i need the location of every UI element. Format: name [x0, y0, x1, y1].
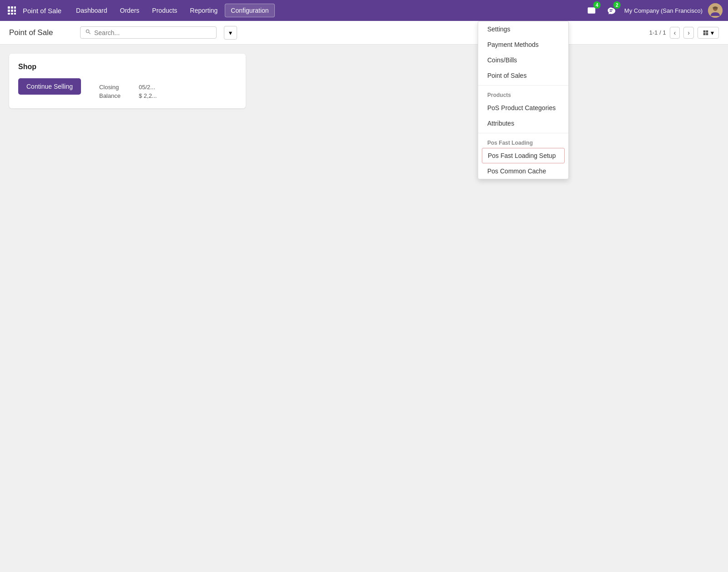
- closing-col: Closing Balance: [99, 84, 121, 99]
- grid-icon[interactable]: [5, 4, 18, 17]
- svg-rect-8: [14, 13, 16, 15]
- config-dropdown: Settings Payment Methods Coins/Bills Poi…: [478, 21, 569, 179]
- svg-rect-1: [11, 6, 13, 9]
- balance-label: Balance: [99, 92, 121, 99]
- nav-item-configuration[interactable]: Configuration: [225, 4, 274, 17]
- menu-item-settings[interactable]: Settings: [478, 21, 568, 37]
- next-page-button[interactable]: ›: [683, 27, 694, 39]
- balance-value: $ 2,2...: [139, 92, 157, 99]
- nav-items: Dashboard Orders Products Reporting Conf…: [71, 4, 584, 17]
- search-input[interactable]: [94, 29, 212, 36]
- top-nav: Point of Sale Dashboard Orders Products …: [0, 0, 728, 21]
- search-icon: [85, 29, 91, 36]
- shop-name: Shop: [18, 63, 237, 71]
- svg-rect-11: [713, 7, 718, 9]
- shop-info: Closing Balance 05/2... $ 2,2...: [99, 84, 157, 99]
- prev-page-button[interactable]: ‹: [670, 27, 680, 39]
- messages-icon[interactable]: 2: [604, 3, 619, 18]
- pagination-controls: 1-1 / 1 ‹ › ▾: [649, 27, 719, 39]
- chevron-down-icon: ▾: [229, 29, 232, 36]
- menu-item-payment-methods[interactable]: Payment Methods: [478, 37, 568, 52]
- menu-item-coins-bills[interactable]: Coins/Bills: [478, 52, 568, 68]
- avatar[interactable]: [708, 3, 723, 18]
- chevron-down-icon: ▾: [711, 29, 714, 36]
- menu-item-attributes[interactable]: Attributes: [478, 116, 568, 131]
- pagination-text: 1-1 / 1: [649, 29, 666, 36]
- values-col: 05/2... $ 2,2...: [139, 84, 157, 99]
- nav-item-reporting[interactable]: Reporting: [185, 4, 223, 17]
- divider-1: [478, 85, 568, 86]
- view-toggle-button[interactable]: ▾: [698, 27, 719, 39]
- filter-dropdown[interactable]: ▾: [224, 26, 237, 40]
- menu-item-pos-common-cache[interactable]: Pos Common Cache: [478, 163, 568, 179]
- menu-item-point-of-sales[interactable]: Point of Sales: [478, 68, 568, 83]
- continue-selling-button[interactable]: Continue Selling: [18, 78, 81, 95]
- svg-rect-5: [14, 10, 16, 12]
- menu-item-pos-product-categories[interactable]: PoS Product Categories: [478, 100, 568, 116]
- divider-2: [478, 133, 568, 133]
- shop-card: Shop Continue Selling Closing Balance 05…: [9, 54, 246, 108]
- nav-right: 4 2 My Company (San Francisco): [584, 3, 723, 18]
- nav-item-dashboard[interactable]: Dashboard: [71, 4, 113, 17]
- nav-item-orders[interactable]: Orders: [115, 4, 145, 17]
- notifications-icon[interactable]: 4: [584, 3, 599, 18]
- notifications-badge: 4: [593, 1, 601, 9]
- nav-item-products[interactable]: Products: [147, 4, 182, 17]
- menu-item-pos-fast-loading-setup[interactable]: Pos Fast Loading Setup: [482, 148, 565, 163]
- svg-rect-6: [8, 13, 10, 15]
- closing-value: 05/2...: [139, 84, 157, 91]
- main-content: Shop Continue Selling Closing Balance 05…: [0, 45, 728, 572]
- closing-label: Closing: [99, 84, 121, 91]
- company-name: My Company (San Francisco): [624, 7, 703, 14]
- svg-rect-2: [14, 6, 16, 9]
- app-title: Point of Sale: [23, 7, 61, 15]
- shop-card-body: Continue Selling Closing Balance 05/2...…: [18, 78, 237, 99]
- sub-header: Point of Sale ▾ 1-1 / 1 ‹ › ▾: [0, 21, 728, 45]
- svg-rect-3: [8, 10, 10, 12]
- svg-rect-0: [8, 6, 10, 9]
- section-pos-fast-loading: Pos Fast Loading: [478, 135, 568, 148]
- svg-rect-4: [11, 10, 13, 12]
- search-box[interactable]: [80, 26, 217, 39]
- messages-badge: 2: [613, 1, 621, 9]
- svg-rect-7: [11, 13, 13, 15]
- section-products: Products: [478, 87, 568, 100]
- page-title: Point of Sale: [9, 28, 73, 37]
